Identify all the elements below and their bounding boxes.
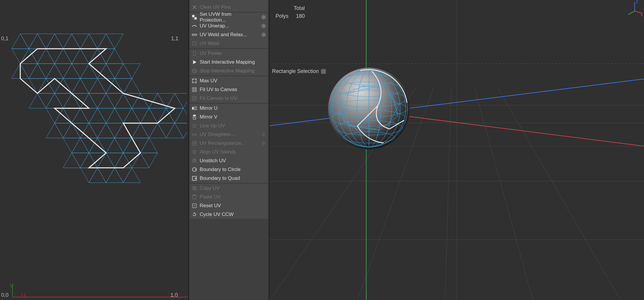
mirror-v-icon <box>192 114 197 120</box>
uv-straighten-button: UV Straighten... <box>190 130 268 139</box>
stats-polys-value: 180 <box>291 13 307 20</box>
start-imap-label: Start Interactive Mapping <box>200 59 255 65</box>
unstitch-uv-button[interactable]: Unstitch UV <box>190 156 268 165</box>
remove-uv-pins-label: Remove UV Pins <box>200 0 237 1</box>
start-interactive-mapping-button[interactable]: Start Interactive Mapping <box>190 58 268 67</box>
uv-axis-u-label: U <box>22 293 25 299</box>
gear-icon[interactable] <box>261 15 266 20</box>
align-icon <box>192 149 197 155</box>
boundary-to-circle-button[interactable]: Boundary to Circle <box>190 165 268 174</box>
play-icon <box>192 59 197 65</box>
uv-weld-relax-label: UV Weld and Relax... <box>200 32 247 38</box>
svg-rect-3 <box>192 17 194 20</box>
fit-uv-canvas-label: Fit UV to Canvas <box>200 87 237 93</box>
viewport-stats: Total Polys 180 <box>273 4 308 20</box>
set-uvw-projection-button[interactable]: Set UVW from Projection... <box>190 13 268 22</box>
svg-rect-2 <box>194 15 197 17</box>
reset-uv-button[interactable]: Reset UV <box>190 201 268 210</box>
svg-rect-17 <box>193 115 196 116</box>
circle-icon <box>192 167 197 172</box>
fit-in-icon <box>192 87 197 93</box>
svg-line-40 <box>474 88 533 300</box>
svg-point-5 <box>263 25 265 27</box>
uv-peeler-button: UV Peeler <box>190 49 268 58</box>
mirror-v-label: Mirror V <box>200 114 217 120</box>
uv-axis-v <box>12 284 13 297</box>
paste-uv-label: Paste UV <box>200 194 221 200</box>
fit-out-icon <box>192 95 197 101</box>
unstitch-uv-label: Unstitch UV <box>200 158 226 164</box>
uv-unwrap-label: UV Unwrap... <box>200 23 229 29</box>
svg-rect-26 <box>193 186 195 189</box>
axis-gizmo[interactable]: Z X <box>626 0 644 18</box>
sphere-object[interactable] <box>328 68 410 149</box>
stop-interactive-mapping-button: Stop Interactive Mapping <box>190 67 268 75</box>
stats-total-header: Total <box>291 5 307 12</box>
checker-icon <box>192 14 197 20</box>
svg-point-4 <box>263 16 265 18</box>
svg-line-41 <box>498 88 621 300</box>
uv-weld-button: UV Weld <box>190 39 268 48</box>
uv-command-panel: Remove UV Pins Clear UV Pins Set UVW fro… <box>188 0 270 300</box>
svg-rect-0 <box>192 15 194 17</box>
fit-canvas-uv-label: Fit Canvas to UV <box>200 95 237 101</box>
uv-weld-relax-button[interactable]: UV Weld and Relax... <box>190 30 268 39</box>
copy-icon <box>192 185 197 191</box>
straighten-icon <box>192 132 197 137</box>
remove-uv-pins-button: Remove UV Pins <box>190 0 268 3</box>
selection-tool-options-icon[interactable] <box>321 69 326 74</box>
fit-canvas-to-uv-button: Fit Canvas to UV <box>190 94 268 103</box>
svg-line-69 <box>345 86 377 94</box>
svg-rect-6 <box>192 34 197 36</box>
max-uv-button[interactable]: Max UV <box>190 76 268 85</box>
align-uv-islands-label: Align UV Islands <box>200 149 236 155</box>
x-icon <box>192 4 197 10</box>
line-up-uv-label: Line Up UV <box>200 123 225 129</box>
gear-icon[interactable] <box>261 32 266 37</box>
unwrap-icon <box>192 23 197 29</box>
svg-rect-15 <box>192 107 194 110</box>
svg-line-70 <box>339 112 357 130</box>
viewport-3d[interactable]: Total Polys 180 Z X Rectangle Selection <box>270 0 644 300</box>
selection-tool-indicator[interactable]: Rectangle Selection <box>272 68 326 74</box>
svg-point-20 <box>263 134 265 136</box>
boundary-to-quad-button[interactable]: Boundary to Quad <box>190 174 268 183</box>
svg-line-72 <box>347 125 380 130</box>
gear-icon <box>261 132 266 137</box>
paste-uv-button: Paste UV <box>190 193 268 201</box>
copy-uv-button: Copy UV <box>190 184 268 193</box>
gear-icon[interactable] <box>261 23 266 29</box>
minus-icon <box>192 0 197 1</box>
fit-uv-to-canvas-button[interactable]: Fit UV to Canvas <box>190 85 268 94</box>
gizmo-z-label: Z <box>636 0 638 4</box>
svg-rect-27 <box>194 187 196 190</box>
svg-line-83 <box>343 121 358 130</box>
unstitch-icon <box>192 158 197 164</box>
lineup-icon <box>192 123 197 129</box>
uv-axis-u <box>12 297 187 297</box>
uv-mesh-svg[interactable] <box>0 0 187 212</box>
mirror-u-button[interactable]: Mirror U <box>190 104 268 113</box>
uv-unwrap-button[interactable]: UV Unwrap... <box>190 22 268 30</box>
svg-rect-29 <box>194 195 196 196</box>
svg-line-39 <box>445 88 451 300</box>
paste-icon <box>192 194 197 200</box>
svg-rect-8 <box>193 42 196 45</box>
svg-rect-13 <box>194 89 196 91</box>
uv-corner-0-0-label: 0,0 <box>1 292 8 298</box>
gizmo-x-label: X <box>640 13 643 17</box>
svg-rect-12 <box>192 88 196 92</box>
svg-line-68 <box>367 121 395 132</box>
svg-rect-16 <box>195 107 197 110</box>
gear-icon <box>261 141 266 146</box>
mirror-u-icon <box>192 105 197 111</box>
cycle-uv-ccw-button[interactable]: Cycle UV CCW <box>190 210 268 219</box>
svg-rect-19 <box>192 134 196 135</box>
stats-polys-label: Polys <box>273 13 291 20</box>
mirror-u-label: Mirror U <box>200 105 217 111</box>
uv-editor-panel: 0,1 1,1 0,0 1,0 U V <box>0 0 188 300</box>
line-up-uv-button: Line Up UV <box>190 121 268 130</box>
copy-uv-label: Copy UV <box>200 185 220 191</box>
grid-icon <box>192 140 197 146</box>
mirror-v-button[interactable]: Mirror V <box>190 113 268 121</box>
